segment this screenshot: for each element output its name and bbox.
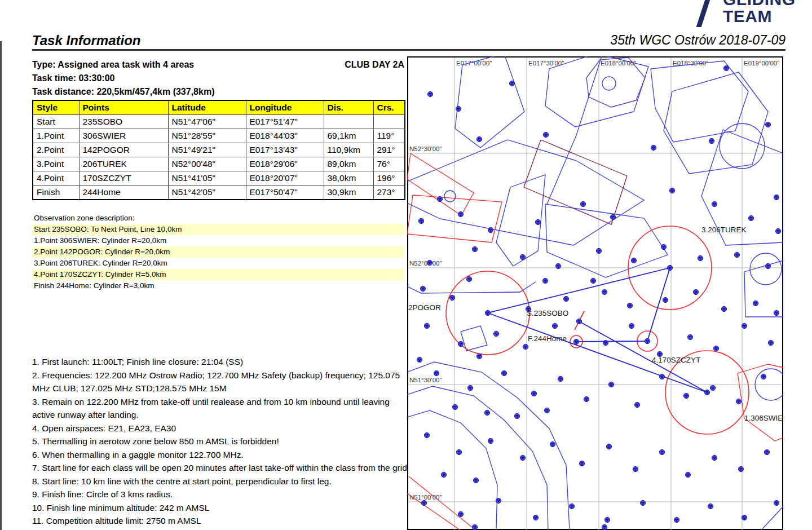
table-cell: E017°51'47" bbox=[246, 115, 324, 129]
table-cell: N51°47'06" bbox=[168, 115, 246, 129]
page-subtitle: 35th WGC Ostrów 2018-07-09 bbox=[610, 33, 785, 48]
table-cell: 196° bbox=[373, 171, 405, 186]
table-cell: 76° bbox=[373, 157, 405, 171]
page-title: Task Information bbox=[32, 33, 140, 48]
task-distance: Task distance: 220,5km/457,4km (337,8km) bbox=[32, 85, 404, 99]
table-cell bbox=[373, 115, 405, 129]
table-cell: 306SWIER bbox=[79, 129, 168, 143]
table-row: 4.Point170SZCZYTN51°41'05"E018°20'07"38,… bbox=[33, 171, 405, 186]
table-cell: 69,1km bbox=[324, 129, 373, 143]
table-header-cell: Latitude bbox=[168, 100, 246, 115]
observation-zone-title: Observation zone description: bbox=[32, 213, 404, 224]
table-cell: E018°44'03" bbox=[246, 129, 324, 143]
table-cell: 291° bbox=[373, 143, 405, 157]
notes-section: 1. First launch: 11:00LT; Finish line cl… bbox=[32, 355, 411, 528]
note-line: 2. Frequencies: 122.200 MHz Ostrow Radio… bbox=[32, 369, 411, 395]
observation-zone-line: Start 235SOBO: To Next Point, Line 10,0k… bbox=[32, 224, 404, 235]
table-body: Start235SOBON51°47'06"E017°51'47"1.Point… bbox=[33, 115, 405, 200]
task-type: Type: Assigned area task with 4 areas bbox=[32, 58, 194, 72]
svg-text:E019°00'00": E019°00'00" bbox=[744, 60, 779, 67]
observation-zone-line: 4.Point 170SZCZYT: Cylinder R=5,0km bbox=[32, 269, 404, 280]
table-cell: N51°42'05" bbox=[168, 186, 246, 200]
note-line: 8. Start line: 10 km line with the centr… bbox=[32, 475, 411, 488]
svg-text:4.170SZCZYT: 4.170SZCZYT bbox=[652, 356, 700, 364]
table-cell: 1.Point bbox=[33, 129, 79, 143]
table-cell: N51°41'05" bbox=[168, 171, 246, 186]
table-cell: 273° bbox=[373, 186, 405, 200]
task-details-column: Type: Assigned area task with 4 areas CL… bbox=[32, 58, 404, 292]
svg-text:1.306SWIER: 1.306SWIER bbox=[744, 414, 783, 422]
note-line: 9. Finish line: Circle of 3 kms radius. bbox=[32, 488, 411, 501]
observation-zone-line: 1.Point 306SWIER: Cylinder R=20,0km bbox=[32, 235, 404, 246]
task-map-svg: E017°00'00"E017°30'00"E018°00'00"E018°30… bbox=[407, 56, 783, 530]
table-cell: 89,0km bbox=[324, 157, 373, 171]
table-row: 2.Point142POGORN51°49'21"E017°13'43"110,… bbox=[33, 143, 405, 157]
table-row: Start235SOBON51°47'06"E017°51'47" bbox=[33, 115, 405, 129]
svg-text:F.244Home: F.244Home bbox=[528, 334, 567, 343]
table-cell: N51°28'55" bbox=[168, 129, 246, 143]
observation-zone-lines: Start 235SOBO: To Next Point, Line 10,0k… bbox=[32, 224, 404, 292]
note-line: 1. First launch: 11:00LT; Finish line cl… bbox=[32, 355, 411, 369]
table-cell: E018°29'06" bbox=[246, 157, 324, 171]
observation-zone-line: 3.Point 206TUREK: Cylinder R=20,0km bbox=[32, 258, 404, 269]
gliding-team-logo: GLIDING TEAM bbox=[698, 0, 796, 36]
observation-zone-line: Finish 244Home: Cylinder R=3,0km bbox=[32, 280, 404, 292]
svg-text:E017°00'00": E017°00'00" bbox=[456, 60, 492, 67]
table-cell: N52°00'48" bbox=[168, 157, 246, 171]
task-information-page: { "logo": { "line1": "GLIDING", "line2":… bbox=[0, 0, 812, 530]
table-cell bbox=[324, 115, 373, 129]
task-points-table: StylePointsLatitudeLongitudeDis.Crs. Sta… bbox=[32, 100, 405, 200]
svg-text:N51°00'00": N51°00'00" bbox=[409, 494, 442, 501]
table-cell: 2.Point bbox=[33, 143, 79, 157]
table-cell: 235SOBO bbox=[79, 115, 168, 129]
table-header-cell: Longitude bbox=[246, 100, 324, 115]
svg-text:2POGOR: 2POGOR bbox=[408, 303, 441, 312]
club-day-label: CLUB DAY 2A bbox=[345, 58, 404, 72]
table-row: Finish244HomeN51°42'05"E017°50'47"30,9km… bbox=[33, 186, 405, 200]
table-cell: E017°50'47" bbox=[246, 186, 324, 200]
table-row: 1.Point306SWIERN51°28'55"E018°44'03"69,1… bbox=[33, 129, 405, 143]
table-cell: N51°49'21" bbox=[168, 143, 246, 157]
table-header-cell: Points bbox=[79, 100, 168, 115]
header-rule bbox=[32, 49, 785, 51]
svg-text:3.206TUREK: 3.206TUREK bbox=[701, 226, 747, 234]
table-cell: 110,9km bbox=[324, 143, 373, 157]
svg-text:N52°00'00": N52°00'00" bbox=[409, 260, 442, 267]
table-header-row: StylePointsLatitudeLongitudeDis.Crs. bbox=[33, 100, 405, 115]
table-cell: 206TUREK bbox=[79, 157, 168, 171]
logo-line2: TEAM bbox=[723, 8, 796, 25]
table-cell: 142POGOR bbox=[79, 143, 168, 157]
table-header-cell: Crs. bbox=[373, 100, 405, 115]
table-cell: 38,0km bbox=[324, 171, 373, 186]
note-line: 7. Start line for each class will be ope… bbox=[32, 461, 411, 475]
table-cell: 4.Point bbox=[33, 171, 79, 186]
observation-zone-section: Observation zone description: Start 235S… bbox=[32, 213, 404, 292]
svg-text:N51°30'00": N51°30'00" bbox=[409, 377, 442, 383]
table-cell: Finish bbox=[33, 186, 79, 200]
table-cell: Start bbox=[33, 115, 79, 129]
task-map: E017°00'00"E017°30'00"E018°00'00"E018°30… bbox=[407, 56, 783, 530]
table-cell: 244Home bbox=[79, 186, 168, 200]
note-line: 10. Finish line minimum altitude: 242 m … bbox=[32, 501, 411, 515]
note-line: 5. Thermalling in aerotow zone below 850… bbox=[32, 435, 411, 448]
table-cell: E018°20'07" bbox=[246, 171, 324, 186]
table-header-cell: Style bbox=[33, 100, 79, 115]
table-cell: E017°13'43" bbox=[246, 143, 324, 157]
svg-text:S.235SOBO: S.235SOBO bbox=[527, 309, 568, 317]
observation-zone-line: 2.Point 142POGOR: Cylinder R=20,0km bbox=[32, 246, 404, 258]
table-row: 3.Point206TUREKN52°00'48"E018°29'06"89,0… bbox=[33, 157, 405, 171]
table-cell: 119° bbox=[373, 129, 405, 143]
task-time: Task time: 03:30:00 bbox=[32, 72, 404, 85]
note-line: 6. When thermalling in a gaggle monitor … bbox=[32, 448, 411, 462]
note-line: 3. Remain on 122.200 MHz from take-off u… bbox=[32, 395, 411, 422]
table-cell: 30,9km bbox=[324, 186, 373, 200]
note-line: 11. Competition altitude limit: 2750 m A… bbox=[32, 514, 411, 528]
svg-text:N52°30'00": N52°30'00" bbox=[409, 145, 442, 152]
table-cell: 170SZCZYT bbox=[79, 171, 168, 186]
page-edge-strip bbox=[0, 41, 2, 530]
table-header-cell: Dis. bbox=[324, 100, 373, 115]
table-cell: 3.Point bbox=[33, 157, 79, 171]
note-line: 4. Open airspaces: E21, EA23, EA30 bbox=[32, 422, 411, 435]
logo-slash-icon bbox=[696, 0, 712, 27]
